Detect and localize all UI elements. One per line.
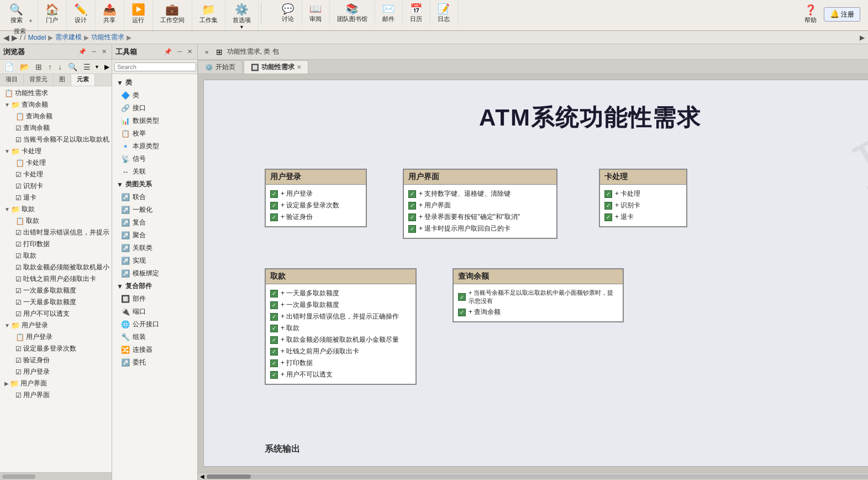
- tree-item-withdraw-checked[interactable]: ☑ 取款: [0, 250, 112, 262]
- tree-item-max-login[interactable]: ☑ 设定最多登录次数: [0, 343, 112, 354]
- toolbox-pin-button[interactable]: 📌: [162, 48, 173, 56]
- review-btn[interactable]: 📖 审阅: [307, 1, 324, 25]
- canvas-tab-functional[interactable]: 🔲 功能性需求 ✕: [244, 60, 308, 74]
- tree-item-card-group[interactable]: ▼ 📁 卡处理: [0, 145, 112, 157]
- menu-group-share[interactable]: 📤 共享: [96, 0, 124, 30]
- breadcrumb-item-functional[interactable]: 功能性需求: [91, 33, 124, 42]
- calendar-btn[interactable]: 📅 日历: [407, 1, 425, 25]
- tree-item-functional-req[interactable]: 📋 功能性需求: [0, 87, 112, 99]
- tree-item-withdraw-error[interactable]: ☑ 出错时显示错误信息，并提示: [0, 227, 112, 238]
- workspace-btn[interactable]: 💼 工作空间: [157, 1, 187, 26]
- toolbox-item-template-bind[interactable]: ↗️ 模板绑定: [112, 267, 197, 280]
- search-menu-btn[interactable]: 🔍 搜索: [7, 1, 26, 26]
- tree-item-card-checked[interactable]: ☑ 卡处理: [0, 169, 112, 180]
- toolbox-search-input[interactable]: [114, 62, 196, 71]
- tab-background[interactable]: 背景元: [24, 74, 54, 86]
- functional-tab-close[interactable]: ✕: [297, 64, 301, 70]
- uml-box-balance-query[interactable]: 查询余额 ✓ + 当账号余额不足以取出取款机中最小面额钞票时，提示您没有 ✓ +…: [453, 268, 624, 322]
- design-btn[interactable]: ✏️ 设计: [71, 1, 91, 26]
- portal-btn[interactable]: 🏠 门户: [43, 1, 62, 26]
- browser-scroll-thumb[interactable]: [2, 474, 35, 479]
- menu-group-team-library[interactable]: 📚 团队图书馆: [330, 0, 375, 26]
- move-up-button[interactable]: ↑: [46, 61, 54, 72]
- move-down-button[interactable]: ↓: [56, 61, 64, 72]
- canvas-tab-start[interactable]: ⚙️ 开始页: [198, 60, 243, 74]
- share-btn[interactable]: 📤 共享: [100, 1, 119, 26]
- team-library-btn[interactable]: 📚 团队图书馆: [334, 1, 370, 25]
- uml-box-card-process[interactable]: 卡处理 ✓ + 卡处理 ✓ + 识别卡 ✓: [599, 169, 687, 227]
- scroll-left-btn[interactable]: ◀: [200, 473, 204, 479]
- breadcrumb-item-requirement[interactable]: 需求建模: [55, 33, 82, 42]
- menu-group-search[interactable]: 🔍 搜索 ▼ 搜索: [2, 0, 38, 30]
- toolbox-item-interface[interactable]: 🔗 接口: [112, 102, 197, 114]
- grid-button[interactable]: ⊞: [33, 61, 44, 72]
- tree-item-withdraw-group[interactable]: ▼ 📁 取款: [0, 204, 112, 215]
- back-button[interactable]: ◀: [3, 33, 9, 42]
- tree-item-ui-checked[interactable]: ☑ 用户界面: [0, 389, 112, 401]
- menu-group-calendar[interactable]: 📅 日历: [403, 0, 430, 26]
- menu-group-workset[interactable]: 📁 工作集: [192, 0, 225, 30]
- toolbox-item-public-interface[interactable]: 🌐 公开接口: [112, 318, 197, 331]
- minimize-button[interactable]: ─: [90, 48, 98, 56]
- tree-item-withdraw-diag[interactable]: 📋 取款: [0, 215, 112, 227]
- new-item-button[interactable]: 📄: [2, 61, 16, 72]
- tree-item-identify-card[interactable]: ☑ 识别卡: [0, 180, 112, 192]
- toolbox-section-composite[interactable]: ▼ 复合部件: [112, 280, 197, 293]
- toolbox-item-association[interactable]: ↔️ 关联: [112, 165, 197, 178]
- toolbox-item-delegate[interactable]: ↗️ 委托: [112, 356, 197, 369]
- toolbox-item-union[interactable]: ↗️ 联合: [112, 191, 197, 204]
- menu-group-discuss[interactable]: 💬 讨论: [275, 0, 302, 26]
- forward-button[interactable]: ▶: [12, 33, 18, 42]
- menu-group-portal[interactable]: 🏠 门户: [38, 0, 67, 30]
- tree-item-login-group[interactable]: ▼ 📁 用户登录: [0, 320, 112, 331]
- menu-button[interactable]: ☰: [81, 61, 93, 72]
- prefs-btn[interactable]: ⚙️ 首选项 ▼: [230, 1, 254, 32]
- tree-item-take-card-first[interactable]: ☑ 吐钱之前用户必须取出卡: [0, 273, 112, 285]
- tab-element[interactable]: 元素: [71, 74, 95, 86]
- tree-item-card-diag[interactable]: 📋 卡处理: [0, 157, 112, 169]
- find-button[interactable]: 🔍: [66, 61, 80, 72]
- uml-box-user-interface[interactable]: 用户界面 ✓ + 支持数字键、退格键、清除键 ✓ + 用户界面: [403, 169, 557, 239]
- menu-group-design[interactable]: ✏️ 设计: [67, 0, 96, 30]
- uml-box-user-login[interactable]: 用户登录 ✓ + 用户登录 ✓ + 设定最多登录次数 ✓: [265, 169, 367, 227]
- toolbox-item-assembly[interactable]: 🔧 组装: [112, 331, 197, 343]
- help-btn[interactable]: ❓ 帮助: [802, 2, 819, 26]
- run-btn[interactable]: ▶️ 运行: [129, 1, 148, 26]
- canvas-hscrollbar[interactable]: ◀ ▶: [198, 472, 868, 480]
- toolbox-item-generalization[interactable]: ↗️ 一般化: [112, 204, 197, 216]
- tree-item-min-amount[interactable]: ☑ 取款金额必须能被取款机最小: [0, 262, 112, 273]
- breadcrumb-right-arrow[interactable]: ▶: [860, 34, 865, 41]
- toolbox-item-primitive[interactable]: 🔹 本原类型: [112, 140, 197, 153]
- tree-item-balance-group[interactable]: ▼ 📁 查询余额: [0, 99, 112, 111]
- open-folder-button[interactable]: 📂: [18, 61, 31, 72]
- register-button[interactable]: 🔔 注册: [824, 7, 860, 22]
- discuss-btn[interactable]: 💬 讨论: [279, 1, 297, 25]
- tree-item-return-card[interactable]: ☑ 退卡: [0, 192, 112, 204]
- canvas-viewport[interactable]: TRIAL Edition ATM系统功能性需求 用户登录 ✓ + 用户登录: [198, 74, 868, 480]
- menu-group-workspace[interactable]: 💼 工作空间: [153, 0, 192, 30]
- toolbox-item-datatype[interactable]: 📊 数据类型: [112, 114, 197, 127]
- toolbox-item-port[interactable]: 🔌 端口: [112, 305, 197, 318]
- breadcrumb-item-model[interactable]: Model: [28, 34, 46, 41]
- tree-item-max-once[interactable]: ☑ 一次最多取款额度: [0, 285, 112, 296]
- tree-item-max-daily[interactable]: ☑ 一天最多取款额度: [0, 296, 112, 308]
- tree-item-login-checked[interactable]: ☑ 用户登录: [0, 366, 112, 378]
- toolbox-item-enum[interactable]: 📋 枚举: [112, 127, 197, 140]
- mail-btn[interactable]: ✉️ 邮件: [380, 1, 397, 25]
- workset-btn[interactable]: 📁 工作集: [197, 1, 220, 26]
- tree-item-print[interactable]: ☑ 打印数据: [0, 238, 112, 250]
- toolbox-item-aggregate[interactable]: ↗️ 聚合: [112, 229, 197, 242]
- toolbox-item-class[interactable]: 🔷 类: [112, 89, 197, 102]
- toolbox-item-realize[interactable]: ↗️ 实现: [112, 254, 197, 267]
- menu-group-log[interactable]: 📝 日志: [430, 0, 458, 26]
- menu-group-prefs[interactable]: ⚙️ 首选项 ▼: [225, 0, 259, 30]
- scroll-thumb[interactable]: [207, 474, 251, 479]
- menu-group-run[interactable]: ▶️ 运行: [124, 0, 153, 30]
- toolbox-section-classes[interactable]: ▼ 类: [112, 76, 197, 89]
- toolbox-item-composite[interactable]: ↗️ 复合: [112, 216, 197, 229]
- tree-item-balance-checked[interactable]: ☑ 查询余额: [0, 122, 112, 134]
- tab-diagram[interactable]: 图: [54, 74, 71, 86]
- toolbox-minimize-button[interactable]: ─: [176, 48, 183, 56]
- log-btn[interactable]: 📝 日志: [435, 1, 453, 25]
- tree-item-verify[interactable]: ☑ 验证身份: [0, 354, 112, 366]
